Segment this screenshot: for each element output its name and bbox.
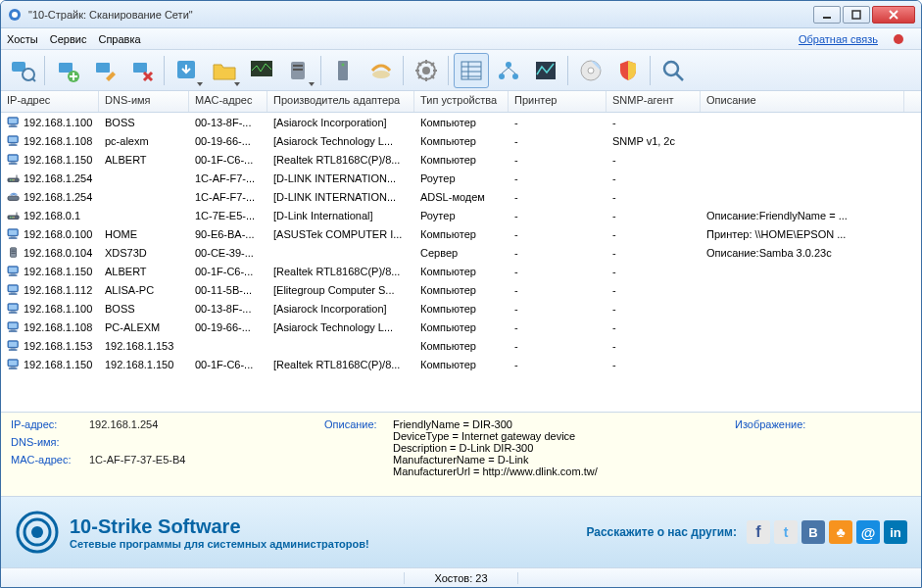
table-row[interactable]: 192.168.1.150192.168.1.15000-1F-C6-...[R… [1,355,921,373]
pc-icon [7,117,21,128]
export-button[interactable] [170,53,205,88]
svg-rect-17 [852,11,860,19]
detail-mac-label: MAC-адрес: [11,454,89,466]
status-hosts: Хостов: 23 [404,572,517,584]
feedback-link[interactable]: Обратная связь [799,33,915,45]
linkedin-icon[interactable]: in [884,520,907,544]
detail-dns-label: DNS-имя: [11,436,89,448]
pc-icon [7,359,21,370]
table-row[interactable]: 192.168.1.112ALISA-PC00-11-5B-...[Eliteg… [1,280,921,299]
share-text: Расскажите о нас другим: [586,525,737,539]
col-desc[interactable]: Описание [701,91,904,112]
table-row[interactable]: 192.168.1.108pc-alexm00-19-66-...[Asiaro… [1,131,921,150]
close-button[interactable] [872,6,915,24]
col-mac[interactable]: MAC-адрес [189,91,267,112]
detail-desc-label: Описание: [324,418,393,477]
svg-point-36 [499,74,505,79]
twitter-icon[interactable]: t [774,520,798,544]
scan-button[interactable] [5,53,40,88]
disc-button[interactable] [573,53,608,88]
detail-desc-lines: FriendlyName = DIR-300DeviceType = Inter… [393,418,598,477]
chart-view-button[interactable] [528,53,563,88]
wake-button[interactable] [364,53,399,88]
banner: 10-Strike Software Сетевые программы для… [1,497,921,567]
app-window: "10-Страйк: Сканирование Сети" Хосты Сер… [0,0,922,588]
pc-icon [7,303,21,315]
svg-point-44 [31,526,43,538]
grid-body[interactable]: 192.168.1.100BOSS00-13-8F-...[Asiarock I… [1,113,921,412]
window-title: "10-Страйк: Сканирование Сети" [28,9,811,21]
table-row[interactable]: 192.168.1.150ALBERT00-1F-C6-...[Realtek … [1,150,921,169]
table-row[interactable]: 192.168.1.2541C-AF-F7-...[D-LINK INTERNA… [1,169,921,187]
svg-point-35 [506,62,511,68]
facebook-icon[interactable]: f [747,520,770,544]
pc-icon [7,266,21,277]
logo-icon [15,510,60,555]
svg-rect-20 [59,63,73,73]
minimize-button[interactable] [813,6,841,24]
network-device-button[interactable] [281,53,316,88]
detail-mac-value: 1C-AF-F7-37-E5-B4 [89,454,185,466]
svg-rect-23 [133,63,147,73]
table-row[interactable]: 192.168.0.11C-7E-E5-...[D-Link Internati… [1,206,921,224]
col-ip[interactable]: IP-адрес [1,91,99,112]
modem-icon [7,191,21,203]
toolbar [1,50,921,91]
col-snmp[interactable]: SNMP-агент [607,91,701,112]
app-icon [7,7,23,23]
topology-view-button[interactable] [491,53,526,88]
brand-title: 10-Strike Software [70,515,369,538]
svg-point-15 [12,12,18,18]
svg-point-41 [664,62,678,75]
table-row[interactable]: 192.168.1.150ALBERT00-1F-C6-...[Realtek … [1,262,921,280]
menu-hosts[interactable]: Хосты [7,33,38,45]
svg-point-33 [422,67,430,74]
col-vendor[interactable]: Производитель адаптера [267,91,414,112]
vk-icon[interactable]: B [801,520,825,544]
svg-rect-16 [823,17,831,19]
col-printer[interactable]: Принтер [509,91,607,112]
pc-icon [7,284,21,296]
statusbar: Хостов: 23 [1,567,921,587]
server-tool-button[interactable] [326,53,362,88]
router-icon [7,210,21,221]
col-type[interactable]: Тип устройства [414,91,509,112]
svg-point-31 [372,71,390,78]
monitor-button[interactable] [244,53,279,88]
col-dns[interactable]: DNS-имя [99,91,189,112]
svg-rect-27 [293,65,303,67]
titlebar[interactable]: "10-Страйк: Сканирование Сети" [1,1,921,28]
table-row[interactable]: 192.168.1.100BOSS00-13-8F-...[Asiarock I… [1,113,921,131]
grid-header: IP-адрес DNS-имя MAC-адрес Производитель… [1,91,921,113]
search-button[interactable] [655,53,691,88]
table-row[interactable]: 192.168.1.2541C-AF-F7-...[D-LINK INTERNA… [1,187,921,206]
svg-point-37 [512,74,518,79]
pc-icon [7,135,21,147]
delete-host-button[interactable] [124,53,160,88]
server-icon [7,247,21,259]
table-row[interactable]: 192.168.0.104XDS73D00-CE-39-...Сервер--О… [1,243,921,262]
pc-icon [7,340,21,352]
table-row[interactable]: 192.168.1.153192.168.1.153Компьютер-- [1,336,921,355]
table-row[interactable]: 192.168.1.100BOSS00-13-8F-...[Asiarock I… [1,299,921,318]
ok-icon[interactable]: ♣ [829,520,852,544]
table-row[interactable]: 192.168.1.108PC-ALEXM00-19-66-...[Asiaro… [1,318,921,336]
detail-ip-label: IP-адрес: [11,418,89,430]
edit-host-button[interactable] [87,53,122,88]
list-view-button[interactable] [454,53,489,88]
router-icon [7,172,21,184]
security-button[interactable] [610,53,646,88]
detail-panel: IP-адрес:192.168.1.254 DNS-имя: MAC-адре… [1,413,921,497]
detail-ip-value: 192.168.1.254 [89,418,158,430]
open-folder-button[interactable] [207,53,242,88]
maximize-button[interactable] [843,6,870,24]
menu-service[interactable]: Сервис [50,33,87,45]
svg-rect-22 [96,63,110,73]
settings-button[interactable] [409,53,444,88]
mail-icon[interactable]: @ [856,520,880,544]
feedback-dot-icon [894,34,903,44]
table-row[interactable]: 192.168.0.100HOME90-E6-BA-...[ASUSTek CO… [1,224,921,243]
brand-subtitle: Сетевые программы для системных админист… [70,538,369,550]
menu-help[interactable]: Справка [98,33,140,45]
add-host-button[interactable] [50,53,85,88]
